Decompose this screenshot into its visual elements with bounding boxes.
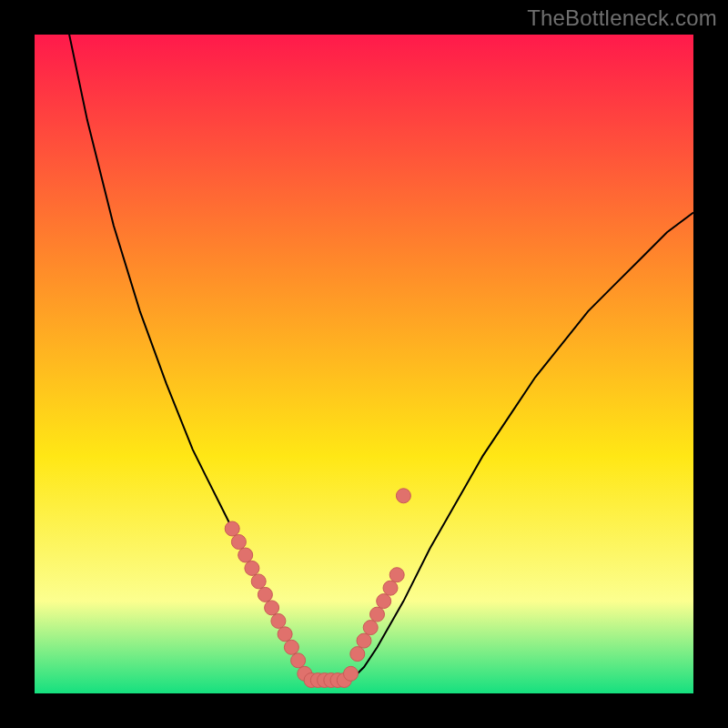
highlight-dot (363, 621, 378, 635)
highlight-dot (383, 581, 398, 595)
highlight-dot (396, 489, 410, 503)
bottleneck-curve (35, 35, 693, 681)
highlight-dot (271, 613, 286, 628)
highlight-dot (251, 574, 266, 589)
highlight-dot (278, 627, 292, 642)
highlight-dot (344, 666, 359, 681)
highlight-dot (225, 521, 239, 536)
watermark-text: TheBottleneck.com (527, 5, 717, 31)
chart-stage: TheBottleneck.com (0, 0, 728, 728)
plot-area (35, 35, 693, 693)
highlight-dot (284, 640, 298, 654)
highlight-dot (265, 601, 279, 615)
highlight-dot (350, 647, 365, 662)
highlight-dots-group (225, 489, 410, 688)
highlight-dot (258, 587, 272, 602)
highlight-dot (377, 594, 391, 609)
highlight-dot (389, 568, 404, 582)
highlight-dot (370, 607, 385, 622)
curve-layer (35, 35, 693, 693)
highlight-dot (238, 548, 253, 562)
highlight-dot (245, 561, 259, 575)
highlight-dot (357, 633, 371, 648)
highlight-dot (231, 535, 246, 550)
highlight-dot (291, 653, 306, 668)
